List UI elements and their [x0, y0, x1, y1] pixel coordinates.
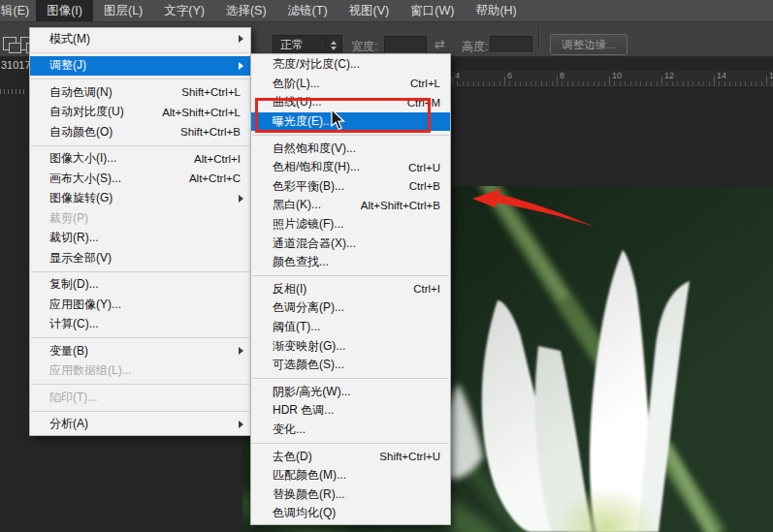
adjust-submenu-item[interactable]: 亮度/对比度(C)...	[251, 55, 450, 75]
adjust-submenu-item-label: 色调分离(P)...	[273, 299, 344, 316]
adjust-submenu-item-shortcut: Shift+Ctrl+U	[379, 451, 440, 462]
image-menu-item[interactable]: 自动色调(N)Shift+Ctrl+L	[30, 82, 250, 103]
height-input[interactable]	[490, 36, 532, 53]
adjust-submenu-item[interactable]: 渐变映射(G)...	[251, 336, 450, 356]
image-menu-item[interactable]: 图像大小(I)...Alt+Ctrl+I	[30, 149, 250, 170]
image-menu-item[interactable]: 裁切(R)...	[30, 229, 250, 249]
image-menu-item-label: 自动颜色(O)	[49, 124, 113, 141]
adjust-submenu-item[interactable]: 替换颜色(R)...	[251, 485, 450, 504]
adjust-submenu-item[interactable]: 色相/饱和度(H)...Ctrl+U	[251, 158, 450, 177]
divider	[538, 28, 540, 50]
adjust-submenu-item-label: 色阶(L)...	[273, 76, 320, 92]
adjust-submenu-item[interactable]: 自然饱和度(V)...	[251, 139, 450, 158]
image-menu-item-shortcut: Alt+Ctrl+C	[189, 172, 241, 184]
image-menu-item[interactable]: 自动颜色(O)Shift+Ctrl+B	[30, 122, 250, 142]
image-menu-item[interactable]: 复制(D)...	[30, 275, 250, 296]
image-menu-item[interactable]: 计算(C)...	[30, 315, 250, 335]
submenu-arrow-icon	[239, 62, 243, 70]
menubar-item[interactable]: 图层(L)	[93, 0, 153, 21]
image-menu-item-label: 分析(A)	[49, 416, 88, 432]
image-menu-separator	[31, 52, 249, 53]
adjust-submenu-item-label: HDR 色调...	[273, 402, 334, 419]
adjust-submenu-item[interactable]: HDR 色调...	[251, 401, 450, 421]
height-label: 高度:	[462, 39, 488, 55]
image-menu-item-shortcut: Alt+Ctrl+I	[194, 153, 241, 165]
image-menu-item[interactable]: 应用图像(Y)...	[30, 295, 250, 315]
mode-dropdown-value: 正常	[274, 37, 325, 53]
image-menu-item[interactable]: 分析(A)	[30, 415, 250, 435]
adjust-submenu-item[interactable]: 色调分离(P)...	[251, 298, 450, 318]
width-input[interactable]	[384, 36, 427, 53]
adjust-submenu-item-label: 黑白(K)...	[273, 197, 321, 213]
adjust-submenu-item[interactable]: 色彩平衡(B)...Ctrl+B	[251, 177, 450, 197]
adjust-submenu-item[interactable]: 阴影/高光(W)...	[251, 383, 450, 402]
menubar-item[interactable]: 窗口(W)	[400, 0, 465, 21]
menu-bar: 辑(E)图像(I)图层(L)文字(Y)选择(S)滤镜(T)视图(V)窗口(W)帮…	[0, 0, 773, 22]
adjust-submenu-item-label: 色相/饱和度(H)...	[273, 159, 360, 175]
spinner-icon[interactable]	[325, 36, 341, 54]
image-menu-separator	[31, 411, 249, 412]
adjust-submenu-item[interactable]: 去色(D)Shift+Ctrl+U	[251, 447, 450, 466]
adjust-submenu-item-label: 反相(I)	[273, 281, 306, 297]
image-menu-item[interactable]: 自动对比度(U)Alt+Shift+Ctrl+L	[30, 103, 250, 123]
horizontal-ruler: 46810121416	[452, 71, 773, 86]
image-menu-item[interactable]: 图像旋转(G)	[30, 189, 250, 209]
adjust-submenu-item[interactable]: 颜色查找...	[251, 253, 450, 272]
adjust-submenu-item[interactable]: 匹配颜色(M)...	[251, 466, 450, 485]
ruler-number: 6	[507, 71, 512, 80]
adjust-submenu-item[interactable]: 黑白(K)...Alt+Shift+Ctrl+B	[251, 196, 450, 215]
adjust-submenu-separator	[252, 135, 449, 136]
image-menu-item[interactable]: 调整(J)	[30, 56, 250, 77]
ruler-ticks-left	[0, 89, 27, 94]
image-menu-item-label: 显示全部(V)	[49, 250, 112, 266]
mode-dropdown[interactable]: 正常	[273, 35, 342, 55]
adjust-submenu-item[interactable]: 通道混合器(X)...	[251, 234, 450, 253]
image-menu-item-label: 自动对比度(U)	[49, 104, 124, 120]
image-menu-item-label: 画布大小(S)...	[49, 171, 121, 187]
adjust-submenu-item[interactable]: 反相(I)Ctrl+I	[251, 280, 450, 299]
adjust-submenu-item-label: 替换颜色(R)...	[273, 486, 345, 503]
image-menu-item-label: 裁切(R)...	[49, 230, 99, 246]
adjust-submenu-separator	[252, 275, 449, 276]
submenu-arrow-icon	[239, 35, 243, 43]
adjust-submenu-item[interactable]: 色阶(L)...Ctrl+L	[251, 75, 450, 94]
adjust-submenu-item-label: 色调均化(Q)	[273, 505, 336, 521]
adjust-submenu-item-shortcut: Alt+Shift+Ctrl+B	[361, 200, 440, 211]
image-menu-item-label: 陷印(T)...	[49, 390, 97, 406]
adjust-submenu-item-label: 颜色查找...	[273, 254, 329, 270]
menubar-item[interactable]: 帮助(H)	[465, 0, 527, 21]
adjust-submenu-item[interactable]: 照片滤镜(F)...	[251, 215, 450, 235]
document-tab-title[interactable]: 31017	[1, 59, 31, 71]
image-menu-item[interactable]: 变量(B)	[30, 341, 250, 361]
image-menu-item-label: 应用图像(Y)...	[49, 297, 121, 313]
adjust-submenu-item[interactable]: 可选颜色(S)...	[251, 356, 450, 375]
menubar-item[interactable]: 文字(Y)	[153, 0, 215, 21]
adjust-submenu-item-shortcut: Ctrl+L	[410, 78, 440, 89]
photoshop-window: 辑(E)图像(I)图层(L)文字(Y)选择(S)滤镜(T)视图(V)窗口(W)帮…	[0, 0, 773, 532]
adjust-submenu-item[interactable]: 变化...	[251, 421, 450, 440]
image-menu-item[interactable]: 模式(M)	[30, 29, 250, 49]
adjust-submenu-item[interactable]: 色调均化(Q)	[251, 504, 450, 523]
menubar-item[interactable]: 辑(E)	[0, 0, 36, 21]
adjust-submenu-item-label: 照片滤镜(F)...	[273, 216, 343, 233]
image-menu-popup: 模式(M)调整(J)自动色调(N)Shift+Ctrl+L自动对比度(U)Alt…	[29, 27, 251, 436]
image-menu-separator	[31, 384, 249, 385]
menubar-item[interactable]: 选择(S)	[215, 0, 277, 21]
image-menu-item[interactable]: 画布大小(S)...Alt+Ctrl+C	[30, 169, 250, 189]
selection-mode-icon[interactable]	[3, 37, 16, 50]
refine-edge-button[interactable]: 调整边缘...	[550, 34, 628, 55]
ruler-number: 4	[455, 71, 460, 80]
menubar-item[interactable]: 视图(V)	[338, 0, 401, 21]
image-menu-separator	[31, 337, 249, 338]
adjust-submenu-item-label: 阈值(T)...	[273, 319, 320, 335]
menubar-item[interactable]: 图像(I)	[36, 0, 93, 21]
image-menu-item-label: 变量(B)	[49, 343, 88, 360]
image-menu-item[interactable]: 显示全部(V)	[30, 248, 250, 268]
menubar-item[interactable]: 滤镜(T)	[277, 0, 338, 21]
ruler-number: 14	[717, 71, 726, 80]
adjust-submenu-separator	[252, 443, 449, 444]
swap-dimensions-icon[interactable]: ⇄	[435, 37, 445, 51]
adjust-submenu-item[interactable]: 阈值(T)...	[251, 318, 450, 337]
adjust-submenu-item-label: 可选颜色(S)...	[273, 357, 344, 373]
adjust-submenu-item-label: 通道混合器(X)...	[273, 235, 356, 252]
